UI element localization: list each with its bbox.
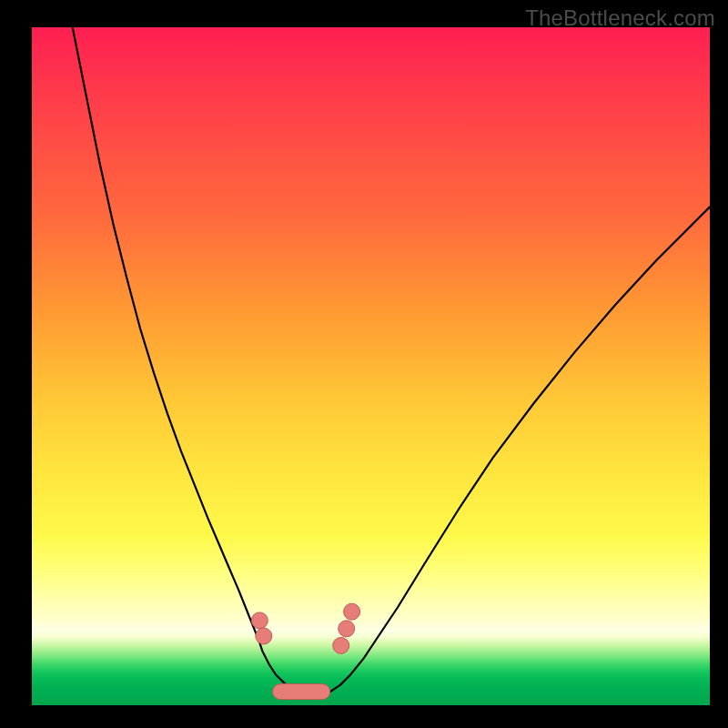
plot-area — [32, 27, 710, 705]
marker-right-mid — [339, 621, 355, 637]
curve-left-branch — [73, 27, 297, 692]
marker-left-upper — [251, 612, 268, 629]
curves-svg — [32, 27, 710, 705]
curve-right-branch — [330, 207, 710, 692]
markers-group — [251, 603, 359, 653]
marker-left-lower — [256, 628, 272, 644]
valley-marker-pill — [273, 684, 330, 700]
chart-frame: TheBottleneck.com — [0, 0, 728, 728]
marker-right-upper — [344, 603, 360, 620]
marker-right-lower — [333, 637, 349, 653]
